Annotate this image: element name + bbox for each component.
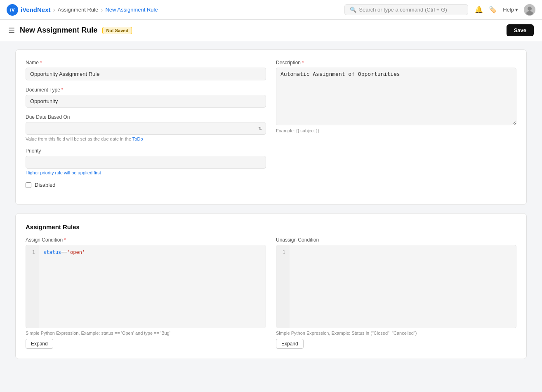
not-saved-badge: Not Saved (102, 27, 132, 34)
todo-link[interactable]: ToDo (132, 136, 143, 141)
due-date-select[interactable] (26, 122, 266, 135)
user-avatar[interactable] (524, 4, 535, 16)
doctype-required: * (61, 87, 64, 93)
due-date-select-wrapper (26, 122, 266, 135)
priority-group: Priority Higher priority rule will be ap… (26, 148, 266, 175)
name-group: Name * (26, 60, 266, 80)
priority-label: Priority (26, 148, 266, 154)
notification-icon[interactable]: 🔔 (475, 6, 483, 14)
description-textarea[interactable]: Automatic Assignment of Opportunities (276, 68, 516, 125)
name-required: * (40, 60, 42, 66)
main-content: Name * Document Type * Due Date Based On (7, 41, 535, 367)
brand-logo-icon: iV (7, 4, 18, 16)
assign-condition-hint: Simple Python Expression, Example: statu… (26, 331, 266, 336)
breadcrumb-sep1: › (53, 6, 55, 14)
help-label: Help (503, 7, 514, 13)
assign-editor-inner: 1 status=='open' (26, 245, 266, 328)
priority-input[interactable] (26, 156, 266, 169)
sidebar-toggle-icon[interactable]: ☰ (8, 26, 15, 35)
search-box[interactable]: 🔍 Search or type a command (Ctrl + G) (344, 4, 468, 15)
name-input[interactable] (26, 68, 266, 80)
assign-required: * (64, 237, 66, 243)
unassign-code-area[interactable] (290, 245, 516, 328)
assign-line-numbers: 1 (26, 245, 39, 328)
brand-logo-link[interactable]: iV iVendNext (7, 4, 51, 16)
help-menu[interactable]: Help ▾ (503, 7, 518, 13)
unassign-condition-col: Unassign Condition 1 Simple Python Expre… (276, 237, 516, 349)
assign-line-1: 1 (30, 249, 35, 256)
description-label: Description * (276, 60, 516, 66)
topnav-icons: 🔔 🏷️ Help ▾ (475, 4, 535, 16)
unassign-condition-hint: Simple Python Expression, Example: Statu… (276, 331, 516, 336)
unassign-expand-button[interactable]: Expand (276, 339, 304, 349)
unassign-condition-label: Unassign Condition (276, 237, 516, 243)
disabled-label: Disabled (35, 182, 56, 188)
unassign-condition-editor: 1 (276, 245, 516, 328)
due-date-hint: Value from this field will be set as the… (26, 136, 266, 141)
assign-code-area[interactable]: status=='open' (39, 245, 266, 328)
assignment-rules-card: Assignment Rules Assign Condition * 1 st… (15, 213, 527, 359)
page-header: ☰ New Assignment Rule Not Saved Save (0, 20, 542, 41)
search-placeholder-text: Search or type a command (Ctrl + G) (359, 7, 447, 13)
breadcrumb-new-assignment-rule: New Assignment Rule (105, 7, 158, 13)
due-date-group: Due Date Based On Value from this field … (26, 114, 266, 141)
priority-hint: Higher priority rule will be applied fir… (26, 170, 266, 175)
desc-required: * (302, 60, 304, 66)
topnav: iV iVendNext › Assignment Rule › New Ass… (0, 0, 542, 20)
name-label: Name * (26, 60, 266, 66)
unassign-line-1: 1 (280, 249, 285, 256)
document-type-label: Document Type * (26, 87, 266, 93)
assign-condition-editor: 1 status=='open' (26, 245, 266, 328)
right-column: Description * Automatic Assignment of Op… (276, 60, 516, 188)
form-card: Name * Document Type * Due Date Based On (15, 49, 527, 205)
svg-point-1 (528, 7, 532, 11)
due-date-label: Due Date Based On (26, 114, 266, 120)
svg-point-2 (526, 11, 533, 15)
description-example: Example: {{ subject }} (276, 128, 516, 133)
conditions-row: Assign Condition * 1 status=='open' Simp… (26, 237, 516, 349)
disabled-checkbox[interactable] (26, 182, 31, 188)
assign-code-op: == (61, 249, 67, 255)
unassign-line-numbers: 1 (276, 245, 290, 328)
disabled-row: Disabled (26, 182, 266, 188)
assign-code-status: status (43, 249, 61, 255)
search-icon: 🔍 (350, 7, 356, 13)
name-description-row: Name * Document Type * Due Date Based On (26, 60, 516, 188)
description-group: Description * Automatic Assignment of Op… (276, 60, 516, 133)
assign-code-string: 'open' (67, 249, 85, 255)
save-button[interactable]: Save (507, 24, 534, 36)
breadcrumb-sep2: › (101, 6, 103, 14)
unassign-editor-inner: 1 (276, 245, 516, 328)
page-title: New Assignment Rule (20, 26, 97, 35)
assign-condition-label: Assign Condition * (26, 237, 266, 243)
left-column: Name * Document Type * Due Date Based On (26, 60, 266, 188)
document-type-group: Document Type * (26, 87, 266, 108)
assign-expand-button[interactable]: Expand (26, 339, 53, 349)
assignment-rules-title: Assignment Rules (26, 223, 516, 230)
chevron-down-icon: ▾ (515, 7, 518, 13)
assign-condition-col: Assign Condition * 1 status=='open' Simp… (26, 237, 266, 349)
breadcrumb-assignment-rule[interactable]: Assignment Rule (58, 7, 98, 13)
brand-name: iVendNext (21, 6, 51, 13)
document-type-input[interactable] (26, 95, 266, 108)
tag-icon[interactable]: 🏷️ (489, 6, 497, 14)
